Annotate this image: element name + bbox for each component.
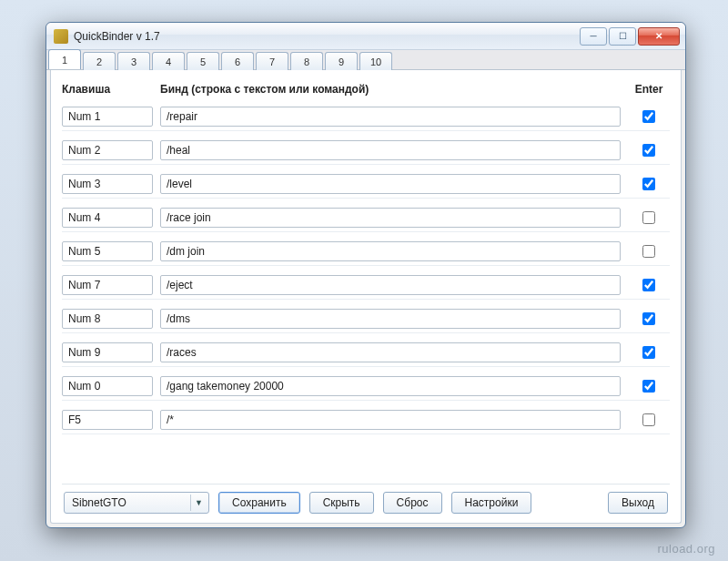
close-button[interactable]: ✕ xyxy=(638,27,680,46)
watermark: ruload.org xyxy=(657,542,715,556)
tab-8[interactable]: 8 xyxy=(290,52,323,70)
profile-select-value: SibnetGTO xyxy=(72,496,126,509)
window-title: QuickBinder v 1.7 xyxy=(74,30,160,43)
bind-row xyxy=(62,170,670,199)
key-input[interactable] xyxy=(62,342,153,362)
header-key: Клавиша xyxy=(62,83,153,96)
tab-7[interactable]: 7 xyxy=(256,52,288,70)
enter-cell xyxy=(628,110,670,123)
key-input[interactable] xyxy=(62,174,153,194)
window-controls: ─ ☐ ✕ xyxy=(578,27,680,46)
app-icon xyxy=(54,29,68,44)
enter-cell xyxy=(628,178,670,190)
tab-10[interactable]: 10 xyxy=(359,52,392,70)
bind-row xyxy=(62,339,670,367)
enter-checkbox[interactable] xyxy=(642,178,655,190)
key-input[interactable] xyxy=(62,208,153,228)
enter-cell xyxy=(628,346,670,359)
bind-row xyxy=(62,271,670,300)
bind-row xyxy=(62,372,670,401)
key-input[interactable] xyxy=(62,309,153,329)
bind-input[interactable] xyxy=(160,208,621,228)
close-icon: ✕ xyxy=(655,31,662,41)
columns-header: Клавиша Бинд (строка с текстом или коман… xyxy=(62,79,670,103)
chevron-down-icon: ▼ xyxy=(190,495,207,511)
enter-checkbox[interactable] xyxy=(642,312,655,325)
tab-panel: Клавиша Бинд (строка с текстом или коман… xyxy=(50,70,682,524)
enter-cell xyxy=(628,245,670,258)
bind-input[interactable] xyxy=(160,241,621,261)
bind-input[interactable] xyxy=(160,275,621,295)
enter-checkbox[interactable] xyxy=(642,380,655,393)
tab-2[interactable]: 2 xyxy=(83,52,116,70)
key-input[interactable] xyxy=(62,107,153,127)
titlebar: QuickBinder v 1.7 ─ ☐ ✕ xyxy=(46,23,685,50)
enter-checkbox[interactable] xyxy=(642,279,655,291)
enter-checkbox[interactable] xyxy=(642,346,655,359)
enter-checkbox[interactable] xyxy=(642,245,655,258)
bind-row xyxy=(62,204,670,232)
exit-button[interactable]: Выход xyxy=(608,492,668,514)
enter-cell xyxy=(628,144,670,157)
key-input[interactable] xyxy=(62,410,153,430)
profile-select[interactable]: SibnetGTO ▼ xyxy=(64,492,209,514)
enter-cell xyxy=(628,211,670,224)
hide-button[interactable]: Скрыть xyxy=(309,492,374,514)
key-input[interactable] xyxy=(62,376,153,396)
bind-input[interactable] xyxy=(160,342,621,362)
tab-6[interactable]: 6 xyxy=(221,52,254,70)
tab-4[interactable]: 4 xyxy=(152,52,185,70)
bind-input[interactable] xyxy=(160,410,621,430)
enter-cell xyxy=(628,380,670,393)
header-bind: Бинд (строка с текстом или командой) xyxy=(160,83,621,96)
app-window: QuickBinder v 1.7 ─ ☐ ✕ 12345678910 Клав… xyxy=(46,22,686,528)
enter-cell xyxy=(628,279,670,291)
tabs-strip: 12345678910 xyxy=(46,50,685,70)
bind-row xyxy=(62,103,670,131)
bind-input[interactable] xyxy=(160,140,621,160)
save-button[interactable]: Сохранить xyxy=(218,492,300,514)
bind-row xyxy=(62,238,670,266)
bind-input[interactable] xyxy=(160,376,621,396)
key-input[interactable] xyxy=(62,241,153,261)
tab-9[interactable]: 9 xyxy=(325,52,358,70)
rows-container xyxy=(62,103,670,478)
tab-1[interactable]: 1 xyxy=(48,49,81,69)
reset-button[interactable]: Сброс xyxy=(383,492,442,514)
enter-checkbox[interactable] xyxy=(642,110,655,123)
bind-input[interactable] xyxy=(160,174,621,194)
tab-5[interactable]: 5 xyxy=(187,52,219,70)
tab-3[interactable]: 3 xyxy=(117,52,150,70)
enter-cell xyxy=(628,413,670,426)
enter-cell xyxy=(628,312,670,325)
maximize-icon: ☐ xyxy=(619,31,627,41)
maximize-button[interactable]: ☐ xyxy=(609,27,636,46)
key-input[interactable] xyxy=(62,275,153,295)
enter-checkbox[interactable] xyxy=(642,144,655,157)
bind-row xyxy=(62,406,670,434)
settings-button[interactable]: Настройки xyxy=(451,492,532,514)
bottom-bar: SibnetGTO ▼ Сохранить Скрыть Сброс Настр… xyxy=(62,484,670,514)
bind-row xyxy=(62,305,670,333)
key-input[interactable] xyxy=(62,140,153,160)
enter-checkbox[interactable] xyxy=(642,413,655,426)
header-enter: Enter xyxy=(628,83,670,96)
bind-input[interactable] xyxy=(160,309,621,329)
enter-checkbox[interactable] xyxy=(642,211,655,224)
bind-input[interactable] xyxy=(160,107,621,127)
minimize-icon: ─ xyxy=(590,31,596,41)
minimize-button[interactable]: ─ xyxy=(580,27,607,46)
bind-row xyxy=(62,137,670,165)
